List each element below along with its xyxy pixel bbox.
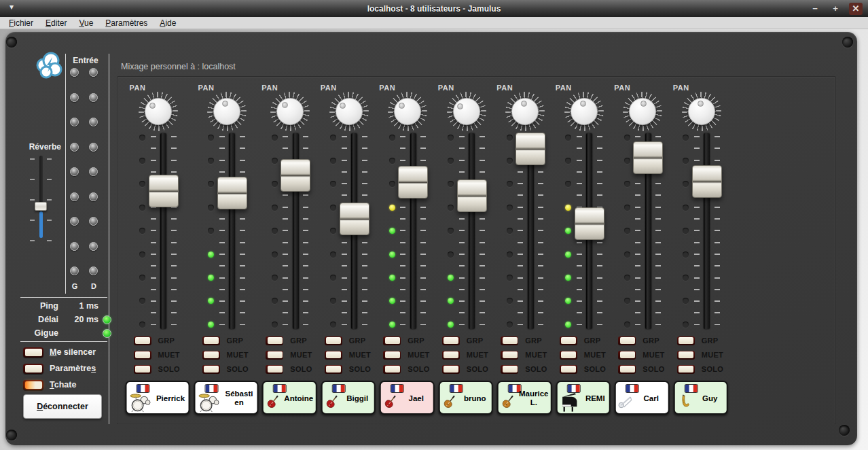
- fader-handle[interactable]: [281, 159, 310, 192]
- fader-track[interactable]: [229, 133, 235, 329]
- group-button[interactable]: [134, 336, 151, 345]
- input-level-led: [70, 217, 79, 226]
- menu-item-aide[interactable]: Aide: [153, 17, 182, 29]
- status-value: 1 ms: [58, 301, 103, 311]
- mute-button[interactable]: [134, 351, 151, 360]
- mute-myself-button[interactable]: [23, 347, 43, 358]
- group-button[interactable]: [677, 336, 695, 345]
- mute-button[interactable]: [560, 351, 577, 360]
- meter-led: [507, 158, 513, 164]
- fader-track[interactable]: [160, 133, 166, 329]
- mute-button[interactable]: [325, 351, 342, 360]
- fader-handle[interactable]: [149, 175, 179, 207]
- pan-knob[interactable]: [270, 92, 310, 131]
- solo-button[interactable]: [618, 365, 636, 374]
- menu-item-fichier[interactable]: Fichier: [3, 17, 39, 29]
- channel-core: PANGRPMUETSOLO: [378, 80, 436, 381]
- input-level-led: [89, 192, 98, 201]
- menu-item-paramtres[interactable]: Paramètres: [99, 17, 153, 29]
- meter-led: [448, 228, 454, 234]
- solo-button[interactable]: [266, 365, 283, 374]
- group-button[interactable]: [383, 336, 401, 345]
- pan-knob[interactable]: [139, 92, 178, 131]
- maximize-button[interactable]: +: [829, 3, 842, 15]
- solo-button[interactable]: [560, 365, 577, 374]
- fader-handle[interactable]: [575, 207, 604, 240]
- mute-button[interactable]: [202, 351, 220, 360]
- minimize-button[interactable]: −: [808, 3, 822, 15]
- meter-led: [683, 228, 689, 234]
- group-button[interactable]: [325, 336, 342, 345]
- meter-led: [389, 275, 395, 281]
- meter-led: [448, 252, 454, 258]
- fader-handle[interactable]: [217, 177, 247, 209]
- group-button[interactable]: [442, 336, 460, 345]
- channel-core: PANGRPMUETSOLO: [613, 80, 671, 381]
- chat-button[interactable]: [23, 380, 43, 390]
- pan-knob[interactable]: [505, 92, 545, 131]
- fader-handle[interactable]: [398, 166, 428, 198]
- status-row: Délai20 ms: [19, 313, 111, 326]
- mute-button-label: MUET: [702, 351, 723, 359]
- mute-button-label: MUET: [227, 351, 249, 359]
- mute-button[interactable]: [266, 351, 283, 360]
- fader-handle[interactable]: [340, 203, 369, 235]
- mute-button[interactable]: [618, 351, 636, 360]
- pan-knob[interactable]: [388, 92, 427, 131]
- channel-button-row: MUET: [260, 350, 319, 360]
- channel-strip: PANGRPMUETSOLOAntoine: [260, 80, 319, 417]
- solo-button[interactable]: [501, 365, 518, 374]
- led-face: [385, 351, 400, 358]
- fader-handle[interactable]: [457, 179, 487, 212]
- settings-button[interactable]: [23, 364, 43, 374]
- disconnect-button[interactable]: Déconnecter: [23, 394, 102, 419]
- group-button[interactable]: [560, 336, 577, 345]
- pan-knob-body: [394, 98, 421, 125]
- menubar: FichierEditerVueParamètresAide: [0, 17, 868, 29]
- mute-button[interactable]: [442, 351, 460, 360]
- close-button[interactable]: ✕: [849, 3, 863, 15]
- solo-button-label: SOLO: [702, 365, 723, 373]
- meter-led: [389, 298, 395, 304]
- pan-knob[interactable]: [682, 92, 721, 131]
- pan-knob[interactable]: [447, 92, 486, 131]
- menu-item-vue[interactable]: Vue: [73, 17, 99, 29]
- pan-knob[interactable]: [207, 92, 247, 131]
- mute-button[interactable]: [677, 351, 695, 360]
- channel-core: PANGRPMUETSOLO: [437, 80, 495, 381]
- fader-track[interactable]: [469, 133, 475, 329]
- menu-item-editer[interactable]: Editer: [39, 17, 73, 29]
- mute-button[interactable]: [501, 351, 518, 360]
- fader-handle[interactable]: [633, 141, 663, 174]
- fader-handle[interactable]: [516, 133, 545, 165]
- solo-button[interactable]: [325, 365, 342, 374]
- group-button[interactable]: [202, 336, 220, 345]
- led-face: [620, 366, 635, 373]
- reverb-fader-handle[interactable]: [35, 202, 47, 211]
- pan-knob-indicator: [521, 101, 527, 107]
- solo-button[interactable]: [134, 365, 151, 374]
- fader-handle[interactable]: [692, 165, 722, 198]
- fader-zone: [672, 132, 730, 329]
- solo-button[interactable]: [383, 365, 401, 374]
- meter-led: [272, 181, 278, 187]
- solo-button[interactable]: [202, 365, 220, 374]
- pan-knob-indicator: [282, 102, 288, 108]
- group-button[interactable]: [618, 336, 636, 345]
- channel-button-row: SOLO: [437, 364, 495, 374]
- window-menu-icon[interactable]: ▾: [10, 2, 14, 12]
- group-button[interactable]: [501, 336, 518, 345]
- channel-core: PANGRPMUETSOLO: [260, 80, 319, 381]
- pan-knob[interactable]: [329, 92, 369, 131]
- solo-button[interactable]: [442, 365, 460, 374]
- solo-button[interactable]: [677, 365, 695, 374]
- pan-knob[interactable]: [564, 92, 604, 131]
- fader-track[interactable]: [704, 133, 710, 329]
- mute-button[interactable]: [383, 351, 401, 360]
- meter-led: [448, 181, 454, 187]
- fader-ticks: [459, 136, 465, 325]
- pan-knob[interactable]: [623, 92, 662, 131]
- group-button[interactable]: [266, 336, 283, 345]
- meter-led: [565, 228, 571, 234]
- fader-track[interactable]: [410, 133, 416, 329]
